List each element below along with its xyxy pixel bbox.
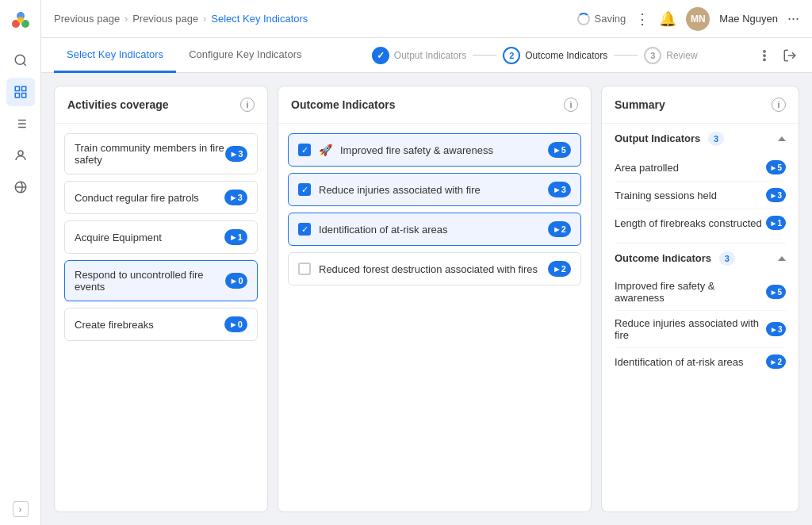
- outcome-label-1: Reduce injuries associated with fire: [319, 184, 540, 196]
- svg-rect-7: [21, 86, 25, 90]
- wizard-steps: ✓ Output Indicators 2 Outcome Indicators…: [372, 47, 698, 64]
- outcome-item-2[interactable]: ✓ Identification of at-risk areas ►2: [288, 213, 581, 246]
- outcome-badge-count: 3: [719, 251, 735, 266]
- breadcrumb-sep-2: ›: [203, 13, 206, 25]
- summary-outcome-item-2: Identification of at-risk areas ►2: [615, 348, 786, 375]
- sub-nav-more-icon[interactable]: [755, 46, 774, 65]
- notification-bell-icon[interactable]: 🔔: [659, 10, 676, 28]
- summary-output-item-2: Length of firebreaks constructed ►1: [615, 209, 786, 236]
- summary-body: Output Indicators 3 Area patrolled ►5 Tr…: [602, 124, 799, 512]
- output-section-chevron-icon: [778, 136, 786, 141]
- svg-point-4: [15, 55, 25, 64]
- breadcrumb: Previous page › Previous page › Select K…: [54, 13, 308, 25]
- svg-rect-6: [15, 86, 19, 90]
- sidebar-collapse-button[interactable]: ›: [13, 501, 29, 517]
- logout-icon[interactable]: [780, 46, 799, 65]
- summary-outcome-item-0: Improved fire safety & awareness ►5: [615, 274, 786, 311]
- activity-label-0: Train community members in fire safety: [75, 142, 225, 166]
- activity-count-4: ►0: [224, 316, 247, 332]
- summary-panel-title: Summary: [615, 98, 665, 111]
- activity-item-2[interactable]: Acquire Equipment ►1: [64, 220, 258, 254]
- outcome-count-1: ►3: [548, 182, 571, 197]
- svg-point-18: [764, 50, 765, 52]
- outcome-checkbox-2[interactable]: ✓: [298, 223, 311, 236]
- activity-item-3[interactable]: Respond to uncontrolled fire events ►0: [64, 260, 258, 301]
- breadcrumb-item-2[interactable]: Previous page: [132, 13, 198, 25]
- sidebar: ›: [0, 0, 41, 525]
- summary-output-label-1: Training sessions held: [615, 190, 717, 201]
- summary-output-items: Area patrolled ►5 Training sessions held…: [602, 154, 799, 243]
- step-circle-3: 3: [644, 47, 661, 64]
- sidebar-icon-list[interactable]: [6, 109, 35, 138]
- outcome-label-2: Identification of at-risk areas: [319, 224, 540, 236]
- more-menu-icon[interactable]: ⋮: [635, 10, 649, 28]
- avatar[interactable]: MN: [686, 7, 710, 31]
- sidebar-icon-person[interactable]: [6, 141, 35, 170]
- breadcrumb-current: Select Key Indicators: [211, 13, 308, 25]
- outcome-item-1[interactable]: ✓ Reduce injuries associated with fire ►…: [288, 173, 581, 206]
- activities-info-icon[interactable]: i: [240, 98, 255, 112]
- outcome-panel-header: Outcome Indicators i: [278, 86, 591, 124]
- user-more-icon[interactable]: ···: [787, 10, 799, 27]
- step-circle-1: ✓: [372, 47, 389, 64]
- outcome-label-0: Improved fire safety & awareness: [340, 144, 540, 156]
- sidebar-icon-search[interactable]: [6, 46, 35, 75]
- activity-count-2: ►1: [224, 229, 247, 245]
- activity-label-2: Acquire Equipment: [75, 232, 162, 243]
- summary-info-icon[interactable]: i: [772, 98, 786, 112]
- tab-configure-key-indicators[interactable]: Configure Key Indicators: [176, 38, 314, 73]
- breadcrumb-sep-1: ›: [124, 13, 128, 25]
- activity-count-1: ►3: [224, 190, 247, 205]
- activities-panel-title: Activities coverage: [67, 98, 169, 111]
- summary-output-header[interactable]: Output Indicators 3: [602, 124, 799, 154]
- summary-output-section: Output Indicators 3 Area patrolled ►5 Tr…: [602, 124, 799, 243]
- output-badge-count: 3: [708, 132, 724, 146]
- summary-output-item-1: Training sessions held ►3: [615, 182, 786, 209]
- svg-line-5: [23, 63, 25, 65]
- svg-point-19: [764, 54, 765, 56]
- outcome-panel-title: Outcome Indicators: [291, 98, 395, 111]
- summary-outcome-section: Outcome Indicators 3 Improved fire safet…: [602, 243, 799, 381]
- content-area: Activities coverage i Train community me…: [41, 73, 812, 525]
- user-name: Mae Nguyen: [719, 13, 778, 25]
- outcome-item-3[interactable]: Reduced forest destruction associated wi…: [288, 252, 581, 285]
- outcome-count-0: ►5: [548, 142, 571, 158]
- summary-output-count-1: ►3: [766, 188, 786, 202]
- summary-output-count-0: ►5: [766, 160, 786, 174]
- outcome-label-3: Reduced forest destruction associated wi…: [319, 263, 540, 275]
- summary-panel-header: Summary i: [602, 86, 799, 124]
- outcome-count-2: ►2: [548, 221, 571, 237]
- activity-count-0: ►3: [225, 146, 247, 162]
- summary-outcome-title: Outcome Indicators 3: [615, 251, 735, 266]
- summary-outcome-label-0: Improved fire safety & awareness: [615, 280, 766, 304]
- topbar-right: Saving ⋮ 🔔 MN Mae Nguyen ···: [577, 7, 799, 31]
- sidebar-icon-grid[interactable]: [6, 78, 35, 106]
- step-circle-2: 2: [503, 47, 520, 64]
- activity-count-3: ►0: [225, 273, 247, 289]
- tab-select-key-indicators[interactable]: Select Key Indicators: [54, 38, 176, 73]
- outcome-checkbox-0[interactable]: ✓: [298, 144, 311, 156]
- outcome-item-0[interactable]: ✓ 🚀 Improved fire safety & awareness ►5: [288, 133, 581, 167]
- outcome-flag-icon-0: 🚀: [319, 144, 332, 156]
- summary-output-item-0: Area patrolled ►5: [615, 154, 786, 182]
- breadcrumb-item-1[interactable]: Previous page: [54, 13, 120, 25]
- outcome-info-icon[interactable]: i: [564, 98, 578, 112]
- outcome-checkbox-3[interactable]: [298, 262, 311, 275]
- svg-rect-8: [15, 94, 19, 98]
- activity-item-4[interactable]: Create firebreaks ►0: [64, 308, 258, 341]
- saving-label: Saving: [595, 13, 626, 25]
- summary-outcome-header[interactable]: Outcome Indicators 3: [602, 243, 799, 274]
- activity-item-0[interactable]: Train community members in fire safety ►…: [64, 133, 258, 174]
- activity-label-1: Conduct regular fire patrols: [75, 192, 199, 204]
- outcome-indicators-panel: Outcome Indicators i ✓ 🚀 Improved fire s…: [278, 86, 592, 512]
- outcome-panel-body: ✓ 🚀 Improved fire safety & awareness ►5 …: [278, 124, 591, 512]
- outcome-checkbox-1[interactable]: ✓: [298, 183, 311, 196]
- summary-output-label-2: Length of firebreaks constructed: [615, 217, 762, 229]
- svg-point-20: [764, 59, 765, 60]
- activities-panel-header: Activities coverage i: [55, 86, 267, 124]
- sidebar-icon-globe[interactable]: [6, 173, 35, 201]
- step-label-1: Output Indicators: [394, 50, 466, 61]
- activity-item-1[interactable]: Conduct regular fire patrols ►3: [64, 181, 258, 214]
- step-line-2: [614, 55, 638, 56]
- summary-outcome-count-0: ►5: [766, 285, 786, 299]
